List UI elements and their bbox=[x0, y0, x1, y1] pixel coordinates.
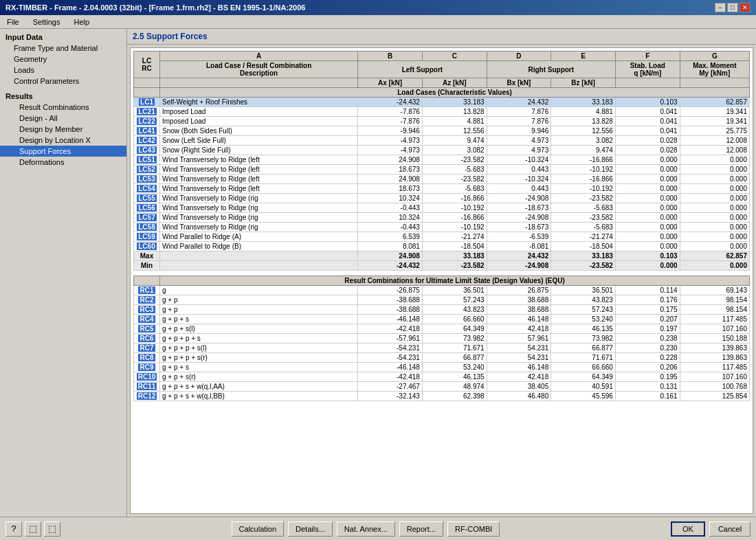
sidebar-item-geometry[interactable]: Geometry bbox=[0, 54, 126, 65]
q-cell: 0.207 bbox=[615, 315, 680, 324]
report-button[interactable]: Report... bbox=[399, 521, 443, 537]
rc-badge: RC9 bbox=[138, 363, 155, 371]
rc-badge: RC3 bbox=[138, 306, 155, 313]
support-forces-table: LCRC A B C D E F G Load Case / Result Co… bbox=[133, 51, 750, 401]
lc-badge: LC21 bbox=[137, 108, 156, 115]
desc-cell: Wind Transversely to Ridge (left bbox=[160, 155, 358, 165]
lc-id-cell: Max bbox=[134, 251, 160, 261]
menu-file[interactable]: File bbox=[3, 17, 23, 27]
my-cell: 62.857 bbox=[680, 98, 749, 107]
desc-cell: Wind Transversely to Ridge (rig bbox=[160, 223, 358, 232]
lc-badge: LC41 bbox=[137, 127, 156, 135]
title-bar-buttons: − □ ✕ bbox=[715, 3, 751, 12]
table-row: LC52Wind Transversely to Ridge (left18.6… bbox=[134, 165, 750, 175]
table-row: LC43Snow (Right Side Full)-4.9733.0824.9… bbox=[134, 146, 750, 155]
sidebar-item-control-params[interactable]: Control Parameters bbox=[0, 76, 126, 87]
az-cell: -18.504 bbox=[422, 242, 487, 251]
sidebar-item-design-member[interactable]: Design by Member bbox=[0, 124, 126, 135]
rc-badge: RC2 bbox=[138, 296, 155, 304]
menu-help[interactable]: Help bbox=[69, 17, 93, 27]
sidebar-item-design-all[interactable]: Design - All bbox=[0, 113, 126, 124]
sidebar-item-design-location[interactable]: Design by Location X bbox=[0, 135, 126, 146]
az-cell: -21.274 bbox=[422, 232, 487, 242]
sidebar-item-loads[interactable]: Loads bbox=[0, 65, 126, 76]
desc-cell bbox=[160, 251, 358, 261]
az-cell: 62.398 bbox=[422, 392, 487, 401]
col-a-header: A bbox=[160, 52, 358, 61]
lc-badge: LC52 bbox=[137, 166, 156, 173]
sidebar-item-support-forces[interactable]: Support Forces bbox=[0, 146, 126, 157]
bz-cell: -5.683 bbox=[551, 203, 616, 213]
az-cell: -5.683 bbox=[422, 165, 487, 175]
my-cell: 0.000 bbox=[680, 184, 749, 194]
az-cell: 66.877 bbox=[422, 353, 487, 363]
q-cell: 0.041 bbox=[615, 126, 680, 136]
lc-id-cell: LC43 bbox=[134, 146, 160, 155]
table-row: LC58Wind Transversely to Ridge (rig-0.44… bbox=[134, 223, 750, 232]
my-cell: 107.160 bbox=[680, 372, 749, 382]
main-layout: Input Data Frame Type and Material Geome… bbox=[0, 29, 756, 517]
title-bar: RX-TIMBER - Frame - 2.04.0003 (32bit) - … bbox=[0, 0, 756, 15]
rc-id-cell: RC8 bbox=[134, 353, 160, 363]
sidebar-item-deformations[interactable]: Deformations bbox=[0, 157, 126, 168]
bz-cell: 40.591 bbox=[551, 382, 616, 392]
my-cell: 0.000 bbox=[680, 213, 749, 223]
q-cell: 0.000 bbox=[615, 232, 680, 242]
lc-badge: LC54 bbox=[137, 185, 156, 192]
sidebar-item-result-combinations[interactable]: Result Combinations bbox=[0, 102, 126, 113]
bz-cell: -5.683 bbox=[551, 223, 616, 232]
bz-cell: 43.823 bbox=[551, 295, 616, 305]
q-cell: 0.000 bbox=[615, 203, 680, 213]
desc-cell bbox=[160, 261, 358, 271]
close-button[interactable]: ✕ bbox=[740, 3, 751, 12]
rc-badge: RC1 bbox=[138, 286, 155, 294]
sidebar-item-frame-type[interactable]: Frame Type and Material bbox=[0, 43, 126, 54]
icon-btn-3[interactable]: ⬚ bbox=[44, 521, 60, 537]
rc-id-cell: RC4 bbox=[134, 315, 160, 324]
bx-cell: -24.908 bbox=[487, 213, 551, 223]
col-c-header: C bbox=[422, 52, 487, 61]
table-row: LC56Wind Transversely to Ridge (rig-0.44… bbox=[134, 203, 750, 213]
desc-cell: Wind Transversely to Ridge (rig bbox=[160, 194, 358, 203]
bz-cell: 13.828 bbox=[551, 117, 616, 126]
ax-cell: -32.143 bbox=[358, 392, 423, 401]
icon-btn-2[interactable]: ⬚ bbox=[25, 521, 41, 537]
table-container[interactable]: LCRC A B C D E F G Load Case / Result Co… bbox=[130, 47, 753, 514]
lc-id-cell: LC55 bbox=[134, 194, 160, 203]
ax-cell: -38.688 bbox=[358, 305, 423, 315]
table-row: RC6g + p + p + s-57.96173.98257.96173.98… bbox=[134, 334, 750, 344]
details-button[interactable]: Details... bbox=[288, 521, 333, 537]
spacer-row bbox=[134, 271, 750, 276]
az-cell: 4.881 bbox=[422, 117, 487, 126]
rf-combi-button[interactable]: RF-COMBI bbox=[447, 521, 500, 537]
bz-cell: 3.082 bbox=[551, 136, 616, 146]
table-row: LC53Wind Transversely to Ridge (left24.9… bbox=[134, 175, 750, 184]
az-cell: -5.683 bbox=[422, 184, 487, 194]
menu-bar: File Settings Help bbox=[0, 15, 756, 29]
nat-annex-button[interactable]: Nat. Annex... bbox=[337, 521, 395, 537]
icon-btn-1[interactable]: ? bbox=[5, 521, 22, 537]
q-cell: 0.000 bbox=[615, 155, 680, 165]
bx-cell: -18.673 bbox=[487, 223, 551, 232]
rc-id-cell: RC7 bbox=[134, 344, 160, 353]
table-row: LC21Imposed Load-7.87613.8287.8764.8810.… bbox=[134, 107, 750, 117]
desc-cell: g + p + s bbox=[160, 363, 358, 372]
col-g-header: G bbox=[680, 52, 749, 61]
ax-cell: -57.961 bbox=[358, 334, 423, 344]
table-row: LC22Imposed Load-7.8764.8817.87613.8280.… bbox=[134, 117, 750, 126]
bz-cell: 4.881 bbox=[551, 107, 616, 117]
ok-button[interactable]: OK bbox=[671, 521, 705, 537]
bx-cell: 46.148 bbox=[487, 363, 551, 372]
menu-settings[interactable]: Settings bbox=[29, 17, 65, 27]
bx-cell: 42.418 bbox=[487, 324, 551, 334]
desc-cell: Wind Parallel to Ridge (B) bbox=[160, 242, 358, 251]
bx-cell: -8.081 bbox=[487, 242, 551, 251]
calculation-button[interactable]: Calculation bbox=[232, 521, 284, 537]
cancel-button[interactable]: Cancel bbox=[709, 521, 751, 537]
desc-unit bbox=[160, 78, 358, 88]
minimize-button[interactable]: − bbox=[715, 3, 726, 12]
right-support-header: Right Support bbox=[487, 61, 615, 78]
lc-id-cell: LC59 bbox=[134, 232, 160, 242]
rc-id-cell: RC6 bbox=[134, 334, 160, 344]
maximize-button[interactable]: □ bbox=[727, 3, 738, 12]
